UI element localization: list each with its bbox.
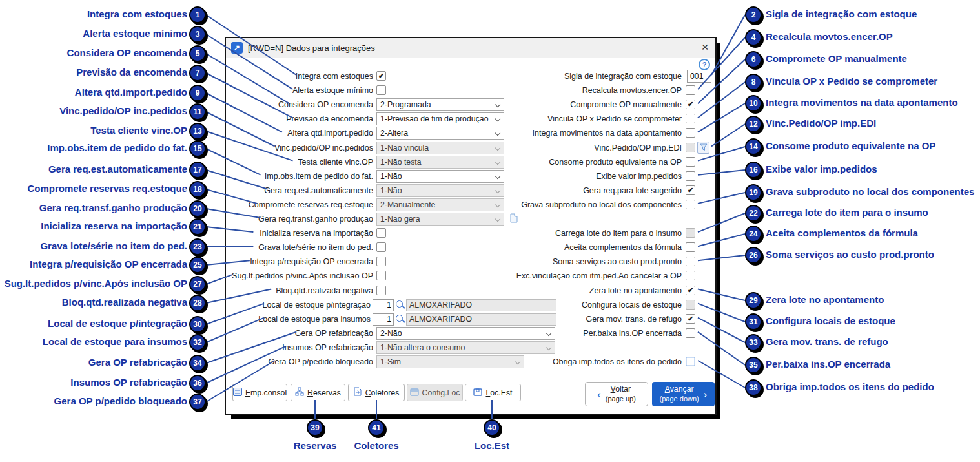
toolbar-reservas-button[interactable]: Reservas — [291, 384, 345, 401]
field-label: Soma serviços ao custo prod.pronto — [381, 255, 682, 269]
annotation-circle-12: 12 — [745, 116, 762, 132]
zera-lote-no-apontamento-checkbox[interactable]: ✔ — [686, 286, 695, 295]
gera-req-transf-ganho-producao-select: 1-Não gera — [376, 213, 504, 226]
toolbar-emp-consol-button[interactable]: Emp.consol — [232, 384, 287, 401]
voltar-button[interactable]: ‹ Voltar (page up) — [585, 382, 648, 406]
annotation-circle-22: 22 — [745, 205, 762, 222]
field-label: Compromete OP manualmente — [381, 98, 682, 112]
consome-produto-equivalente-na-op-checkbox[interactable] — [686, 157, 695, 167]
configura-locais-de-estoque-checkbox — [686, 300, 695, 310]
filter-icon[interactable] — [697, 142, 709, 154]
exc-vinculacao-com-itm-ped-ao-cancelar-a-op-checkbox[interactable] — [686, 271, 695, 280]
annotation-label-1: Integra com estoques — [87, 8, 187, 19]
annotation-label-4: Recalcula movtos.encer.OP — [766, 31, 893, 42]
field-label: Exc.vinculação com itm.ped.Ao cancelar a… — [381, 269, 682, 283]
form-row-per-baixa-ins-op-encerrada: Per.baixa ins.OP encerrada — [226, 326, 714, 341]
avancar-button[interactable]: Avançar (page down) › — [652, 382, 715, 406]
annotation-circle-11: 11 — [189, 103, 206, 120]
compromete-op-manualmente-checkbox[interactable]: ✔ — [686, 100, 695, 109]
toolbar-coletores-button[interactable]: Coletores — [348, 384, 405, 401]
annotation-label-27: Sug.It.pedidos p/vinc.Após inclusão OP — [5, 278, 187, 289]
field-label: Vincula OP x Pedido se comprometer — [381, 112, 682, 126]
annotation-label-38: Obriga imp.todos os itens do pedido — [766, 381, 934, 392]
field-label: Exibe valor imp.pedidos — [381, 169, 682, 184]
per-baixa-ins-op-encerrada-checkbox[interactable] — [686, 328, 695, 338]
form-row-carrega-lote-do-item-para-o-insumo: Carrega lote do item para o insumo — [226, 226, 714, 240]
form-row-exc-vinculacao-com-itm-ped-ao-cancelar-a-op: Exc.vinculação com itm.ped.Ao cancelar a… — [226, 269, 714, 283]
annotation-label-22: Carrega lote do item para o insumo — [766, 207, 928, 218]
annotation-label-40: Loc.Est — [447, 440, 537, 451]
window-title: [RWD=N] Dados para integrações — [248, 43, 375, 53]
soma-servicos-ao-custo-prod-pronto-checkbox[interactable] — [686, 257, 695, 266]
annotation-circle-26: 26 — [745, 247, 762, 264]
obriga-imp-todos-os-itens-do-pedido-checkbox[interactable] — [686, 357, 695, 366]
chevron-down-icon — [546, 345, 551, 350]
annotation-circle-33: 33 — [745, 334, 762, 351]
avancar-sublabel: (page down) — [660, 395, 699, 404]
annotation-label-33: Gera mov. trans. de refugo — [766, 336, 888, 347]
grava-subproduto-no-local-dos-componentes-checkbox[interactable] — [686, 200, 695, 209]
annotation-label-15: Imp.obs.item de pedido do fat. — [47, 142, 187, 153]
form-row-configura-locais-de-estoque: Configura locais de estoque — [226, 298, 714, 312]
field-label: Grava subproduto no local dos componente… — [381, 198, 682, 212]
annotation-circle-17: 17 — [189, 162, 206, 178]
annotation-circle-39: 39 — [307, 419, 323, 436]
gera-req-para-lote-sugerido-checkbox[interactable]: ✔ — [686, 185, 695, 195]
form-row-gera-mov-trans-de-refugo: Gera mov. trans. de refugo✔ — [226, 312, 714, 326]
annotation-circle-36: 36 — [189, 375, 206, 392]
integra-movimentos-na-data-apontamento-checkbox[interactable] — [686, 128, 695, 138]
close-icon[interactable]: ✕ — [701, 42, 709, 52]
toolbar-loc-est-button[interactable]: Loc.Est — [465, 384, 521, 401]
annotation-circle-40: 40 — [484, 419, 500, 436]
annotation-label-36: Insumos OP refabricação — [70, 377, 187, 388]
exibe-valor-imp-pedidos-checkbox[interactable] — [686, 171, 695, 181]
annotation-circle-19: 19 — [745, 184, 762, 201]
avancar-label: Avançar — [665, 384, 694, 394]
annotation-label-28: Bloq.qtd.realizada negativa — [62, 297, 187, 308]
list-icon — [233, 388, 242, 398]
annotation-circle-37: 37 — [189, 394, 206, 410]
annotation-circle-23: 23 — [189, 238, 206, 255]
sigla-de-integracao-com-estoque-input[interactable]: 001 — [687, 70, 711, 83]
annotation-label-32: Local de estoque para insumos — [43, 336, 187, 347]
annotation-label-24: Aceita complementos da fórmula — [766, 227, 918, 238]
annotation-circle-34: 34 — [189, 355, 206, 372]
field-label: Configura locais de estoque — [381, 298, 682, 312]
voltar-label: Voltar — [611, 384, 631, 394]
field-label: Gera mov. trans. de refugo — [381, 312, 682, 326]
titlebar[interactable]: ↗ [RWD=N] Dados para integrações ✕ — [226, 38, 715, 58]
annotation-label-10: Integra movimentos na data apontamento — [766, 97, 958, 108]
document-icon[interactable] — [510, 213, 518, 223]
form-row-compromete-op-manualmente: Compromete OP manualmente✔ — [226, 98, 714, 112]
field-label: Obriga imp.todos os itens do pedido — [381, 355, 682, 369]
carrega-lote-do-item-para-o-insumo-checkbox — [686, 228, 695, 238]
form-row-obriga-imp-todos-os-itens-do-pedido: Obriga imp.todos os itens do pedido — [226, 355, 714, 369]
form-row-gera-req-transf-ganho-producao: Gera req.transf.ganho produção1-Não gera — [226, 212, 714, 226]
recalcula-movtos-encer-op-checkbox[interactable] — [686, 85, 695, 95]
gera-mov-trans-de-refugo-checkbox[interactable]: ✔ — [686, 314, 695, 324]
form-row-vinc-pedido-op-imp-edi: Vinc.Pedido/OP imp.EDI — [226, 141, 714, 155]
annotation-circle-20: 20 — [189, 200, 206, 217]
annotation-label-34: Gera OP refabricação — [88, 357, 187, 368]
field-label: Carrega lote do item para o insumo — [381, 226, 682, 240]
annotation-circle-29: 29 — [745, 292, 762, 309]
form-row-insumos-op-refabricacao: Insumos OP refabricação1-Não altera o co… — [226, 341, 714, 355]
vinc-pedido-op-imp-edi-checkbox — [686, 143, 695, 152]
annotation-circle-16: 16 — [745, 162, 762, 178]
annotation-label-21: Inicializa reserva na importação — [41, 220, 187, 231]
insumos-op-refabricacao-select: 1-Não altera o consumo — [376, 341, 555, 354]
annotation-label-35: Per.baixa ins.OP encerrada — [766, 359, 890, 370]
annotation-label-6: Compromete OP manualmente — [766, 53, 907, 64]
toolbar-button-label: Config.Loc — [422, 388, 460, 397]
annotation-circle-28: 28 — [189, 295, 206, 311]
annotation-label-8: Vincula OP x Pedido se comprometer — [766, 76, 937, 87]
annotation-circle-27: 27 — [189, 276, 206, 293]
vincula-op-x-pedido-se-comprometer-checkbox[interactable] — [686, 114, 695, 123]
annotation-label-18: Compromete reservas req.estoque — [27, 183, 187, 194]
chevron-down-icon — [495, 216, 500, 222]
aceita-complementos-da-formula-checkbox[interactable] — [686, 242, 695, 252]
annotation-circle-14: 14 — [745, 138, 762, 155]
annotation-label-13: Testa cliente vinc.OP — [90, 125, 187, 136]
dialog-dados-integracoes: ↗ [RWD=N] Dados para integrações ✕ ? Int… — [225, 37, 717, 415]
annotation-circle-9: 9 — [189, 85, 206, 101]
